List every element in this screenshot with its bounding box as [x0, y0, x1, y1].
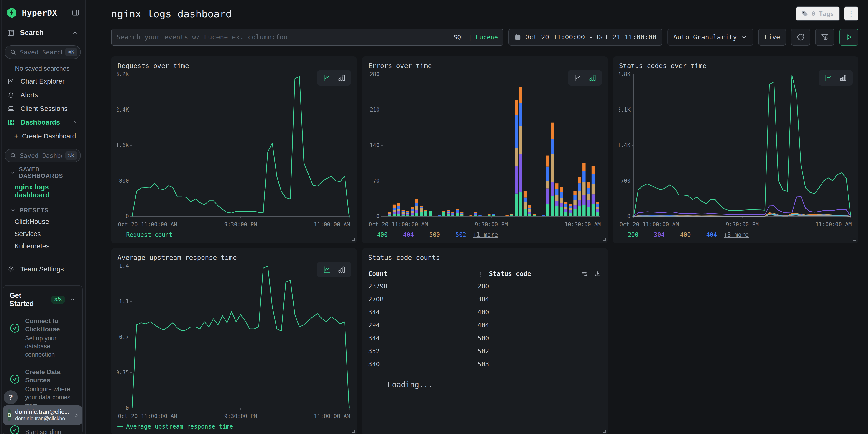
- presets-header: PRESETS: [20, 207, 49, 214]
- toolbar: SQL | Lucene Oct 20 11:00:00 - Oct 21 11…: [111, 29, 859, 45]
- bar-chart-icon[interactable]: [337, 266, 346, 274]
- help-button[interactable]: ?: [4, 390, 18, 404]
- table-row[interactable]: 344400: [368, 306, 601, 319]
- chevron-up-icon: [72, 29, 79, 36]
- legend-more-link[interactable]: +3 more: [724, 231, 749, 238]
- create-dashboard-label: Create Dashboard: [22, 132, 76, 140]
- bar-chart-icon[interactable]: [839, 74, 847, 82]
- user-email: dominic.tran@clickho...: [15, 415, 69, 422]
- event-search-input[interactable]: [117, 33, 450, 41]
- cell-count: 344: [368, 335, 477, 342]
- panel-resize-handle[interactable]: [603, 430, 606, 433]
- chevron-right-icon: [73, 412, 80, 418]
- svg-text:9:30:00 PM: 9:30:00 PM: [726, 221, 759, 228]
- sidebar-section-search[interactable]: Search: [0, 25, 85, 41]
- live-button[interactable]: Live: [758, 29, 786, 45]
- chart-legend: 400404500502+1 more: [368, 229, 601, 240]
- page-title: nginx logs dashboard: [111, 8, 796, 20]
- chart-canvas[interactable]: 00.350.71.11.4Oct 20 11:00:00 AM9:30:00 …: [118, 262, 350, 421]
- chart-canvas[interactable]: 07001.4K2.1K2.8KOct 20 11:00:00 AM9:30:0…: [619, 70, 852, 229]
- lucene-mode-toggle[interactable]: Lucene: [476, 34, 498, 41]
- table-row[interactable]: 23798200: [368, 280, 601, 293]
- tags-button[interactable]: 0 Tags: [796, 6, 840, 21]
- plus-icon: +: [14, 132, 19, 141]
- table-row[interactable]: 2708304: [368, 293, 601, 306]
- table-row[interactable]: 340503: [368, 358, 601, 371]
- bar-chart-icon[interactable]: [588, 74, 597, 82]
- get-started-item[interactable]: Create Data Sources Configure where your…: [9, 368, 76, 410]
- cell-count: 23798: [368, 283, 477, 290]
- column-header-count[interactable]: Count: [368, 270, 477, 278]
- line-chart-icon[interactable]: [322, 74, 332, 82]
- chevron-down-icon: [10, 169, 15, 176]
- cell-count: 344: [368, 309, 477, 316]
- chart-canvas[interactable]: 070140210280Oct 20 11:00:00 AM9:30:00 PM…: [368, 70, 601, 229]
- saved-dashboards-group[interactable]: SAVED DASHBOARDS: [0, 162, 85, 181]
- sidebar-item-clickhouse[interactable]: ClickHouse: [0, 215, 85, 228]
- panel-title: Requests over time: [118, 62, 350, 70]
- sidebar-item-chart-explorer[interactable]: Chart Explorer: [0, 74, 85, 88]
- filter-button[interactable]: [815, 29, 834, 45]
- svg-text:2.8K: 2.8K: [619, 71, 631, 78]
- wrap-text-icon[interactable]: [581, 270, 588, 278]
- svg-text:1.4K: 1.4K: [619, 142, 631, 149]
- chevron-up-icon[interactable]: [69, 297, 76, 303]
- table-row[interactable]: 294404: [368, 319, 601, 332]
- sidebar-item-alerts[interactable]: Alerts: [0, 88, 85, 102]
- create-dashboard-button[interactable]: + Create Dashboard: [0, 129, 85, 143]
- panel-menu-button[interactable]: ⋮: [844, 6, 859, 21]
- bar-chart-icon[interactable]: [337, 74, 346, 82]
- get-started-title: Get Started: [9, 291, 47, 308]
- svg-text:2.4K: 2.4K: [118, 106, 129, 113]
- sidebar-item-team-settings[interactable]: Team Settings: [0, 262, 85, 276]
- svg-text:11:00:00 AM: 11:00:00 AM: [314, 221, 350, 228]
- cell-count: 294: [368, 321, 477, 329]
- sidebar-item-client-sessions[interactable]: Client Sessions: [0, 102, 85, 116]
- cell-status-code: 404: [477, 321, 489, 329]
- run-query-button[interactable]: [839, 29, 859, 45]
- column-header-status-code[interactable]: Status code: [489, 270, 531, 278]
- hyperdx-logo-icon[interactable]: [6, 7, 18, 19]
- presets-group[interactable]: PRESETS: [0, 201, 85, 215]
- chart-type-toggle: [317, 262, 351, 277]
- line-chart-icon[interactable]: [322, 266, 332, 274]
- get-started-item-title: Connect to ClickHouse: [25, 317, 76, 334]
- svg-text:700: 700: [620, 178, 630, 184]
- granularity-select[interactable]: Auto Granularity: [668, 29, 753, 45]
- column-resize-handle[interactable]: ⋮: [477, 271, 484, 277]
- search-section-icon: [7, 29, 14, 37]
- table-row[interactable]: 344500: [368, 332, 601, 345]
- cell-status-code: 500: [477, 335, 489, 342]
- table-row[interactable]: 352502: [368, 345, 601, 358]
- line-chart-icon[interactable]: [573, 74, 583, 82]
- panel-resize-handle[interactable]: [854, 238, 857, 241]
- panel-resize-handle[interactable]: [352, 238, 355, 241]
- chevron-down-icon: [10, 208, 16, 213]
- chart-legend: Request count: [118, 229, 350, 240]
- saved-searches-input[interactable]: Saved Searches ⌘K: [5, 45, 81, 59]
- chart-canvas[interactable]: 08001.6K2.4K3.2KOct 20 11:00:00 AM9:30:0…: [118, 70, 350, 229]
- sql-mode-toggle[interactable]: SQL: [454, 34, 465, 41]
- user-menu[interactable]: D dominic.tran@clic... dominic.tran@clic…: [3, 405, 82, 425]
- saved-dashboards-input[interactable]: Saved Dashboards ⌘K: [5, 149, 81, 162]
- panel-requests-over-time: Requests over time 08001.6K2.4K3.2KOct 2…: [111, 57, 357, 243]
- svg-text:9:30:00 PM: 9:30:00 PM: [224, 221, 257, 228]
- event-search-box[interactable]: SQL | Lucene: [111, 29, 503, 45]
- check-circle-icon: [9, 374, 20, 384]
- panel-resize-handle[interactable]: [352, 430, 355, 433]
- date-range-picker[interactable]: Oct 20 11:00:00 - Oct 21 11:00:00: [508, 29, 662, 45]
- legend-more-link[interactable]: +1 more: [473, 231, 498, 238]
- sidebar-item-services[interactable]: Services: [0, 228, 85, 240]
- sidebar-item-nginx-logs-dashboard[interactable]: nginx logs dashboard: [0, 181, 85, 201]
- sidebar-item-kubernetes[interactable]: Kubernetes: [0, 240, 85, 252]
- panel-resize-handle[interactable]: [603, 238, 606, 241]
- refresh-button[interactable]: [791, 29, 810, 45]
- sidebar-collapse-icon[interactable]: [72, 9, 80, 17]
- get-started-item[interactable]: Connect to ClickHouse Set up your databa…: [9, 317, 76, 359]
- sidebar-item-dashboards[interactable]: Dashboards: [0, 116, 85, 129]
- line-chart-icon[interactable]: [824, 74, 833, 82]
- legend-item: Request count: [118, 231, 173, 238]
- cell-count: 352: [368, 347, 477, 355]
- download-icon[interactable]: [594, 270, 601, 278]
- chart-legend: 200304400404+3 more: [619, 229, 852, 240]
